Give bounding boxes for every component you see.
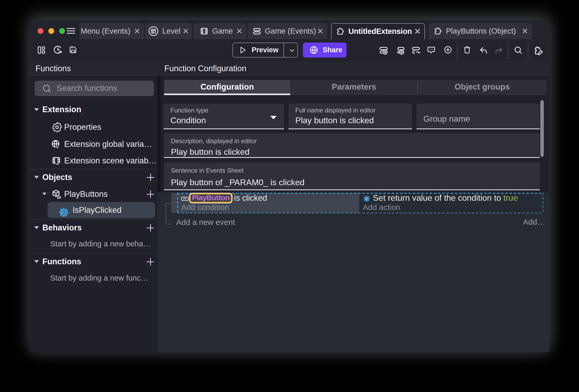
svg-text:?: ? [62,209,65,216]
svg-text:2D: 2D [57,196,61,199]
svg-text:G: G [365,197,368,201]
